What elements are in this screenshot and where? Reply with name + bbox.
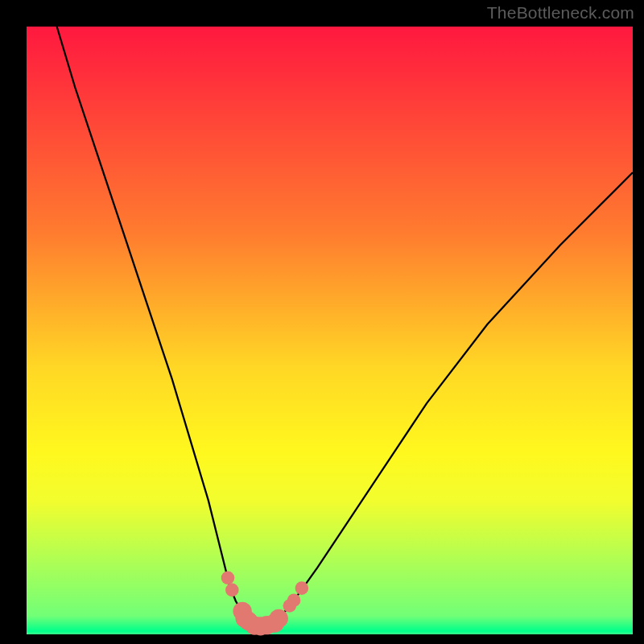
watermark-text: TheBottleneck.com	[487, 3, 634, 23]
curve-marker	[225, 584, 239, 597]
chart-frame: TheBottleneck.com	[0, 0, 644, 644]
plot-svg	[27, 27, 633, 634]
curve-marker	[270, 609, 288, 628]
curve-marker	[287, 593, 301, 607]
curve-markers	[221, 572, 308, 636]
curve-marker	[295, 581, 309, 595]
curve-marker	[221, 572, 235, 585]
bottleneck-curve	[57, 27, 633, 626]
